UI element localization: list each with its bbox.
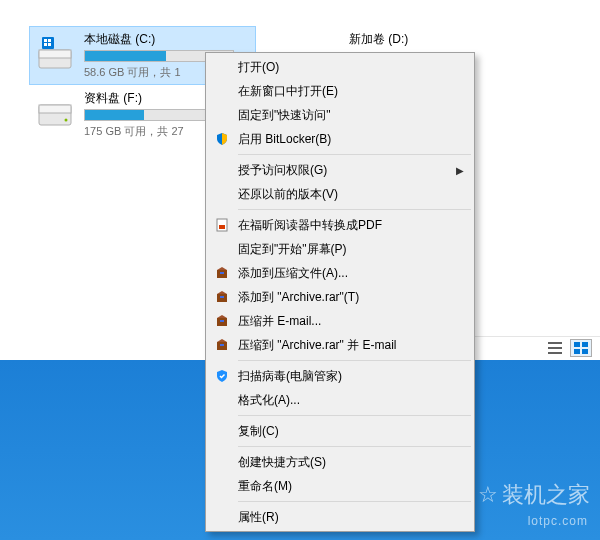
menu-open-new-window[interactable]: 在新窗口中打开(E) xyxy=(208,79,472,103)
drive-label: 本地磁盘 (C:) xyxy=(84,31,234,48)
shield-icon xyxy=(213,130,231,148)
menu-copy[interactable]: 复制(C) xyxy=(208,419,472,443)
menu-open[interactable]: 打开(O) xyxy=(208,55,472,79)
svg-rect-22 xyxy=(220,344,224,346)
menu-format[interactable]: 格式化(A)... xyxy=(208,388,472,412)
menu-separator xyxy=(238,154,471,155)
menu-compress-to-email[interactable]: 压缩到 "Archive.rar" 并 E-mail xyxy=(208,333,472,357)
svg-rect-6 xyxy=(48,43,51,46)
drive-icon xyxy=(34,31,76,73)
chevron-right-icon: ▶ xyxy=(456,165,464,176)
svg-rect-15 xyxy=(574,349,580,354)
menu-pin-quick-access[interactable]: 固定到"快速访问" xyxy=(208,103,472,127)
svg-point-9 xyxy=(65,119,68,122)
drive-label: 新加卷 (D:) xyxy=(349,31,408,48)
view-tiles-button[interactable] xyxy=(570,339,592,357)
svg-rect-4 xyxy=(48,39,51,42)
menu-rename[interactable]: 重命名(M) xyxy=(208,474,472,498)
svg-rect-21 xyxy=(220,320,224,322)
menu-add-archive-rar[interactable]: 添加到 "Archive.rar"(T) xyxy=(208,285,472,309)
menu-separator xyxy=(238,209,471,210)
menu-scan-virus[interactable]: 扫描病毒(电脑管家) xyxy=(208,364,472,388)
menu-foxit-pdf[interactable]: 在福昕阅读器中转换成PDF xyxy=(208,213,472,237)
menu-compress-email[interactable]: 压缩并 E-mail... xyxy=(208,309,472,333)
winrar-icon xyxy=(213,312,231,330)
menu-add-archive[interactable]: 添加到压缩文件(A)... xyxy=(208,261,472,285)
antivirus-icon xyxy=(213,367,231,385)
menu-separator xyxy=(238,360,471,361)
watermark: ☆ 装机之家 xyxy=(478,480,590,510)
watermark-url: lotpc.com xyxy=(528,514,588,528)
svg-rect-3 xyxy=(44,39,47,42)
context-menu: 打开(O) 在新窗口中打开(E) 固定到"快速访问" 启用 BitLocker(… xyxy=(205,52,475,532)
menu-properties[interactable]: 属性(R) xyxy=(208,505,472,529)
svg-rect-10 xyxy=(548,342,562,344)
menu-separator xyxy=(238,501,471,502)
svg-rect-5 xyxy=(44,43,47,46)
drive-icon xyxy=(34,90,76,132)
star-icon: ☆ xyxy=(478,482,498,508)
winrar-icon xyxy=(213,288,231,306)
menu-restore-previous[interactable]: 还原以前的版本(V) xyxy=(208,182,472,206)
pdf-icon xyxy=(213,216,231,234)
svg-rect-16 xyxy=(582,349,588,354)
svg-rect-20 xyxy=(220,296,224,298)
svg-rect-18 xyxy=(219,225,225,229)
menu-pin-start[interactable]: 固定到"开始"屏幕(P) xyxy=(208,237,472,261)
menu-create-shortcut[interactable]: 创建快捷方式(S) xyxy=(208,450,472,474)
menu-grant-access[interactable]: 授予访问权限(G) ▶ xyxy=(208,158,472,182)
svg-rect-12 xyxy=(548,352,562,354)
svg-rect-11 xyxy=(548,347,562,349)
menu-separator xyxy=(238,415,471,416)
winrar-icon xyxy=(213,264,231,282)
drive-d[interactable]: 新加卷 (D:) xyxy=(345,27,575,54)
svg-rect-14 xyxy=(582,342,588,347)
svg-rect-13 xyxy=(574,342,580,347)
menu-bitlocker[interactable]: 启用 BitLocker(B) xyxy=(208,127,472,151)
menu-separator xyxy=(238,446,471,447)
view-details-button[interactable] xyxy=(544,339,566,357)
svg-rect-8 xyxy=(39,105,71,113)
svg-rect-19 xyxy=(220,272,224,274)
winrar-icon xyxy=(213,336,231,354)
svg-rect-1 xyxy=(39,50,71,58)
